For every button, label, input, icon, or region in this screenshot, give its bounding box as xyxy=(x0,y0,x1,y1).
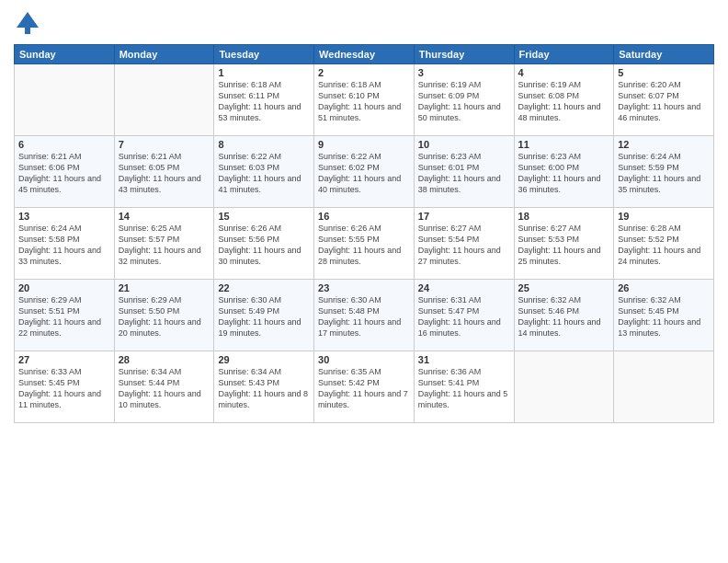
calendar-week-row: 6Sunrise: 6:21 AM Sunset: 6:06 PM Daylig… xyxy=(15,136,714,208)
day-number: 11 xyxy=(518,139,610,150)
calendar-cell: 28Sunrise: 6:34 AM Sunset: 5:44 PM Dayli… xyxy=(114,351,214,423)
day-info: Sunrise: 6:29 AM Sunset: 5:51 PM Dayligh… xyxy=(18,294,110,339)
svg-rect-1 xyxy=(25,28,30,34)
calendar-day-header: Saturday xyxy=(614,45,714,64)
calendar-cell: 17Sunrise: 6:27 AM Sunset: 5:54 PM Dayli… xyxy=(414,208,514,280)
day-info: Sunrise: 6:36 AM Sunset: 5:41 PM Dayligh… xyxy=(418,366,510,411)
day-info: Sunrise: 6:22 AM Sunset: 6:03 PM Dayligh… xyxy=(218,151,310,196)
svg-marker-0 xyxy=(17,12,39,28)
calendar-cell: 2Sunrise: 6:18 AM Sunset: 6:10 PM Daylig… xyxy=(314,64,415,136)
day-number: 8 xyxy=(218,139,310,150)
day-number: 25 xyxy=(518,282,610,293)
calendar-cell: 30Sunrise: 6:35 AM Sunset: 5:42 PM Dayli… xyxy=(314,351,415,423)
day-info: Sunrise: 6:30 AM Sunset: 5:48 PM Dayligh… xyxy=(318,294,410,339)
calendar-table: SundayMondayTuesdayWednesdayThursdayFrid… xyxy=(14,44,714,423)
calendar-day-header: Thursday xyxy=(414,45,514,64)
calendar-day-header: Friday xyxy=(514,45,614,64)
calendar-cell xyxy=(514,351,614,423)
day-number: 2 xyxy=(318,67,410,78)
logo-icon xyxy=(14,9,41,37)
calendar-day-header: Monday xyxy=(114,45,214,64)
day-info: Sunrise: 6:24 AM Sunset: 5:59 PM Dayligh… xyxy=(618,151,710,196)
calendar-cell xyxy=(114,64,214,136)
calendar-cell: 8Sunrise: 6:22 AM Sunset: 6:03 PM Daylig… xyxy=(214,136,314,208)
day-number: 22 xyxy=(218,282,310,293)
calendar-header-row: SundayMondayTuesdayWednesdayThursdayFrid… xyxy=(15,45,714,64)
calendar-cell: 14Sunrise: 6:25 AM Sunset: 5:57 PM Dayli… xyxy=(114,208,214,280)
day-info: Sunrise: 6:34 AM Sunset: 5:44 PM Dayligh… xyxy=(119,366,210,411)
day-info: Sunrise: 6:31 AM Sunset: 5:47 PM Dayligh… xyxy=(418,294,510,339)
day-info: Sunrise: 6:32 AM Sunset: 5:45 PM Dayligh… xyxy=(618,294,710,339)
day-number: 24 xyxy=(418,282,510,293)
calendar-cell: 29Sunrise: 6:34 AM Sunset: 5:43 PM Dayli… xyxy=(214,351,314,423)
day-info: Sunrise: 6:23 AM Sunset: 6:01 PM Dayligh… xyxy=(418,151,510,196)
day-number: 16 xyxy=(318,211,410,222)
page-header xyxy=(14,9,714,37)
day-info: Sunrise: 6:32 AM Sunset: 5:46 PM Dayligh… xyxy=(518,294,610,339)
day-info: Sunrise: 6:22 AM Sunset: 6:02 PM Dayligh… xyxy=(318,151,410,196)
day-number: 28 xyxy=(119,354,210,365)
calendar-week-row: 20Sunrise: 6:29 AM Sunset: 5:51 PM Dayli… xyxy=(15,280,714,351)
calendar-day-header: Wednesday xyxy=(314,45,415,64)
calendar-cell: 20Sunrise: 6:29 AM Sunset: 5:51 PM Dayli… xyxy=(15,280,115,351)
calendar-day-header: Sunday xyxy=(15,45,115,64)
day-number: 5 xyxy=(618,67,710,78)
calendar-cell: 11Sunrise: 6:23 AM Sunset: 6:00 PM Dayli… xyxy=(514,136,614,208)
calendar-day-header: Tuesday xyxy=(214,45,314,64)
day-info: Sunrise: 6:26 AM Sunset: 5:56 PM Dayligh… xyxy=(218,223,310,268)
calendar-cell: 18Sunrise: 6:27 AM Sunset: 5:53 PM Dayli… xyxy=(514,208,614,280)
calendar-cell: 15Sunrise: 6:26 AM Sunset: 5:56 PM Dayli… xyxy=(214,208,314,280)
calendar-week-row: 13Sunrise: 6:24 AM Sunset: 5:58 PM Dayli… xyxy=(15,208,714,280)
day-number: 18 xyxy=(518,211,610,222)
calendar-cell: 24Sunrise: 6:31 AM Sunset: 5:47 PM Dayli… xyxy=(414,280,514,351)
day-number: 10 xyxy=(418,139,510,150)
day-info: Sunrise: 6:19 AM Sunset: 6:08 PM Dayligh… xyxy=(518,79,610,124)
day-number: 15 xyxy=(218,211,310,222)
calendar-cell: 21Sunrise: 6:29 AM Sunset: 5:50 PM Dayli… xyxy=(114,280,214,351)
day-info: Sunrise: 6:27 AM Sunset: 5:54 PM Dayligh… xyxy=(418,223,510,268)
day-number: 30 xyxy=(318,354,410,365)
logo xyxy=(14,9,45,37)
day-info: Sunrise: 6:27 AM Sunset: 5:53 PM Dayligh… xyxy=(518,223,610,268)
calendar-cell: 27Sunrise: 6:33 AM Sunset: 5:45 PM Dayli… xyxy=(15,351,115,423)
day-number: 7 xyxy=(119,139,210,150)
calendar-cell: 5Sunrise: 6:20 AM Sunset: 6:07 PM Daylig… xyxy=(614,64,714,136)
calendar-cell xyxy=(614,351,714,423)
calendar-cell: 13Sunrise: 6:24 AM Sunset: 5:58 PM Dayli… xyxy=(15,208,115,280)
day-info: Sunrise: 6:33 AM Sunset: 5:45 PM Dayligh… xyxy=(18,366,110,411)
day-info: Sunrise: 6:23 AM Sunset: 6:00 PM Dayligh… xyxy=(518,151,610,196)
day-info: Sunrise: 6:25 AM Sunset: 5:57 PM Dayligh… xyxy=(119,223,210,268)
calendar-cell: 19Sunrise: 6:28 AM Sunset: 5:52 PM Dayli… xyxy=(614,208,714,280)
day-number: 20 xyxy=(18,282,110,293)
day-number: 6 xyxy=(18,139,110,150)
day-info: Sunrise: 6:28 AM Sunset: 5:52 PM Dayligh… xyxy=(618,223,710,268)
day-info: Sunrise: 6:21 AM Sunset: 6:06 PM Dayligh… xyxy=(18,151,110,196)
day-info: Sunrise: 6:21 AM Sunset: 6:05 PM Dayligh… xyxy=(119,151,210,196)
calendar-cell: 26Sunrise: 6:32 AM Sunset: 5:45 PM Dayli… xyxy=(614,280,714,351)
calendar-cell: 16Sunrise: 6:26 AM Sunset: 5:55 PM Dayli… xyxy=(314,208,415,280)
calendar-cell: 6Sunrise: 6:21 AM Sunset: 6:06 PM Daylig… xyxy=(15,136,115,208)
day-info: Sunrise: 6:29 AM Sunset: 5:50 PM Dayligh… xyxy=(119,294,210,339)
day-info: Sunrise: 6:24 AM Sunset: 5:58 PM Dayligh… xyxy=(18,223,110,268)
calendar-cell: 1Sunrise: 6:18 AM Sunset: 6:11 PM Daylig… xyxy=(214,64,314,136)
day-number: 13 xyxy=(18,211,110,222)
calendar-cell: 12Sunrise: 6:24 AM Sunset: 5:59 PM Dayli… xyxy=(614,136,714,208)
calendar-week-row: 27Sunrise: 6:33 AM Sunset: 5:45 PM Dayli… xyxy=(15,351,714,423)
day-info: Sunrise: 6:35 AM Sunset: 5:42 PM Dayligh… xyxy=(318,366,410,411)
day-number: 17 xyxy=(418,211,510,222)
day-number: 9 xyxy=(318,139,410,150)
day-info: Sunrise: 6:19 AM Sunset: 6:09 PM Dayligh… xyxy=(418,79,510,124)
day-number: 31 xyxy=(418,354,510,365)
calendar-cell: 10Sunrise: 6:23 AM Sunset: 6:01 PM Dayli… xyxy=(414,136,514,208)
day-info: Sunrise: 6:18 AM Sunset: 6:11 PM Dayligh… xyxy=(218,79,310,124)
day-info: Sunrise: 6:20 AM Sunset: 6:07 PM Dayligh… xyxy=(618,79,710,124)
day-info: Sunrise: 6:26 AM Sunset: 5:55 PM Dayligh… xyxy=(318,223,410,268)
day-number: 1 xyxy=(218,67,310,78)
calendar-cell: 25Sunrise: 6:32 AM Sunset: 5:46 PM Dayli… xyxy=(514,280,614,351)
calendar-cell xyxy=(15,64,115,136)
calendar-week-row: 1Sunrise: 6:18 AM Sunset: 6:11 PM Daylig… xyxy=(15,64,714,136)
day-number: 14 xyxy=(119,211,210,222)
calendar-cell: 7Sunrise: 6:21 AM Sunset: 6:05 PM Daylig… xyxy=(114,136,214,208)
calendar-cell: 9Sunrise: 6:22 AM Sunset: 6:02 PM Daylig… xyxy=(314,136,415,208)
day-number: 4 xyxy=(518,67,610,78)
